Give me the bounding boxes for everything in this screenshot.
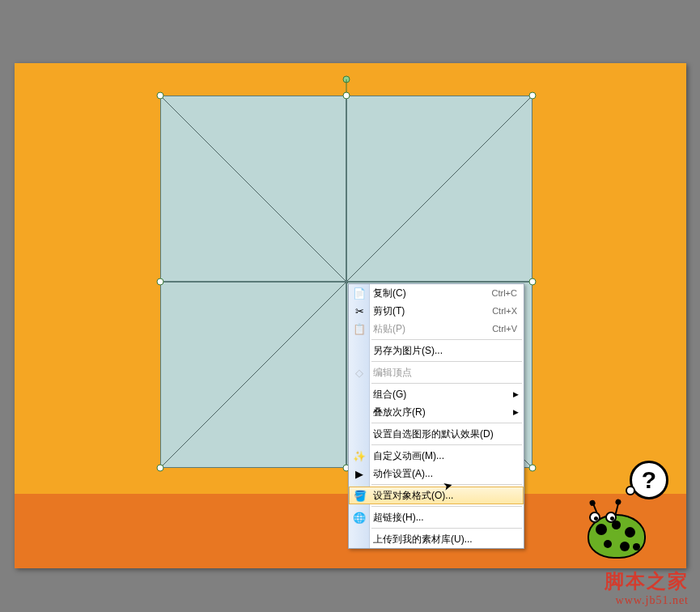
menu-paste[interactable]: 📋 粘贴(P) Ctrl+V xyxy=(349,320,524,338)
menu-copy-shortcut: Ctrl+C xyxy=(492,288,517,298)
menu-edit-points[interactable]: ◇ 编辑顶点 xyxy=(349,363,524,381)
svg-line-1 xyxy=(347,96,532,281)
watermark-title: 脚本之家 xyxy=(605,568,689,594)
shape-quadrant-3[interactable] xyxy=(160,282,346,468)
menu-format-object[interactable]: 🪣 设置对象格式(O)... xyxy=(349,487,524,504)
shape-quadrant-1[interactable] xyxy=(160,96,346,282)
menu-action-settings[interactable]: ▶ 动作设置(A)... xyxy=(349,465,524,482)
menu-save-as-picture[interactable]: 另存为图片(S)... xyxy=(349,342,524,359)
watermark-url: www.jb51.net xyxy=(605,594,689,607)
resize-handle-n[interactable] xyxy=(343,92,350,100)
menu-copy[interactable]: 📄 复制(C) Ctrl+C xyxy=(349,284,524,302)
menu-format-object-label: 设置对象格式(O)... xyxy=(373,489,516,503)
hyperlink-icon: 🌐 xyxy=(352,510,367,525)
menu-paste-shortcut: Ctrl+V xyxy=(492,324,517,334)
speech-bubble: ? xyxy=(630,461,668,499)
watermark: 脚本之家 www.jb51.net xyxy=(605,568,689,607)
menu-paste-label: 粘贴(P) xyxy=(373,322,492,336)
menu-custom-animation-label: 自定义动画(M)... xyxy=(373,449,517,463)
menu-separator xyxy=(371,339,522,340)
menu-separator xyxy=(371,383,522,384)
menu-order-label: 叠放次序(R) xyxy=(373,406,517,419)
resize-handle-e[interactable] xyxy=(529,278,537,286)
resize-handle-ne[interactable] xyxy=(529,92,537,100)
copy-icon: 📄 xyxy=(352,286,367,300)
shape-quadrant-2[interactable] xyxy=(346,96,532,282)
menu-save-as-picture-label: 另存为图片(S)... xyxy=(373,344,517,358)
resize-handle-w[interactable] xyxy=(157,278,164,286)
bug-eye-left xyxy=(589,512,600,523)
menu-upload-to-gallery-label: 上传到我的素材库(U)... xyxy=(373,533,517,546)
menu-separator xyxy=(371,423,522,423)
resize-handle-nw[interactable] xyxy=(157,92,164,100)
menu-separator xyxy=(371,444,522,445)
menu-separator xyxy=(371,506,522,507)
menu-separator xyxy=(371,484,522,485)
bubble-text: ? xyxy=(642,466,656,494)
menu-edit-points-label: 编辑顶点 xyxy=(373,366,517,380)
submenu-arrow-icon: ▶ xyxy=(513,408,519,416)
edit-points-icon: ◇ xyxy=(352,365,367,380)
svg-line-0 xyxy=(161,96,346,281)
menu-separator xyxy=(371,361,522,362)
context-menu: 📄 复制(C) Ctrl+C ✂ 剪切(T) Ctrl+X 📋 粘贴(P) Ct… xyxy=(348,283,524,549)
menu-order[interactable]: 叠放次序(R) ▶ xyxy=(349,403,524,421)
menu-action-settings-label: 动作设置(A)... xyxy=(373,467,517,481)
menu-hyperlink-label: 超链接(H)... xyxy=(373,511,517,525)
menu-upload-to-gallery[interactable]: 上传到我的素材库(U)... xyxy=(349,530,524,548)
format-icon: 🪣 xyxy=(353,488,367,503)
menu-hyperlink[interactable]: 🌐 超链接(H)... xyxy=(349,508,524,526)
menu-set-autoshape-defaults[interactable]: 设置自选图形的默认效果(D) xyxy=(349,425,524,443)
submenu-arrow-icon: ▶ xyxy=(513,390,519,398)
menu-cut-shortcut: Ctrl+X xyxy=(492,306,517,316)
bug-illustration: ? xyxy=(581,489,668,562)
action-icon: ▶ xyxy=(352,466,367,481)
svg-line-2 xyxy=(161,283,346,467)
menu-cut[interactable]: ✂ 剪切(T) Ctrl+X xyxy=(349,302,524,320)
cut-icon: ✂ xyxy=(352,304,367,318)
resize-handle-se[interactable] xyxy=(529,465,537,472)
menu-group-label: 组合(G) xyxy=(373,388,517,402)
bug-eye-right xyxy=(605,512,617,523)
menu-copy-label: 复制(C) xyxy=(373,287,492,300)
menu-group[interactable]: 组合(G) ▶ xyxy=(349,385,524,403)
menu-set-autoshape-defaults-label: 设置自选图形的默认效果(D) xyxy=(373,427,517,441)
paste-icon: 📋 xyxy=(352,321,367,336)
resize-handle-sw[interactable] xyxy=(157,465,164,472)
animation-icon: ✨ xyxy=(352,448,367,463)
menu-custom-animation[interactable]: ✨ 自定义动画(M)... xyxy=(349,447,524,465)
menu-separator xyxy=(371,528,522,529)
menu-cut-label: 剪切(T) xyxy=(373,304,492,318)
